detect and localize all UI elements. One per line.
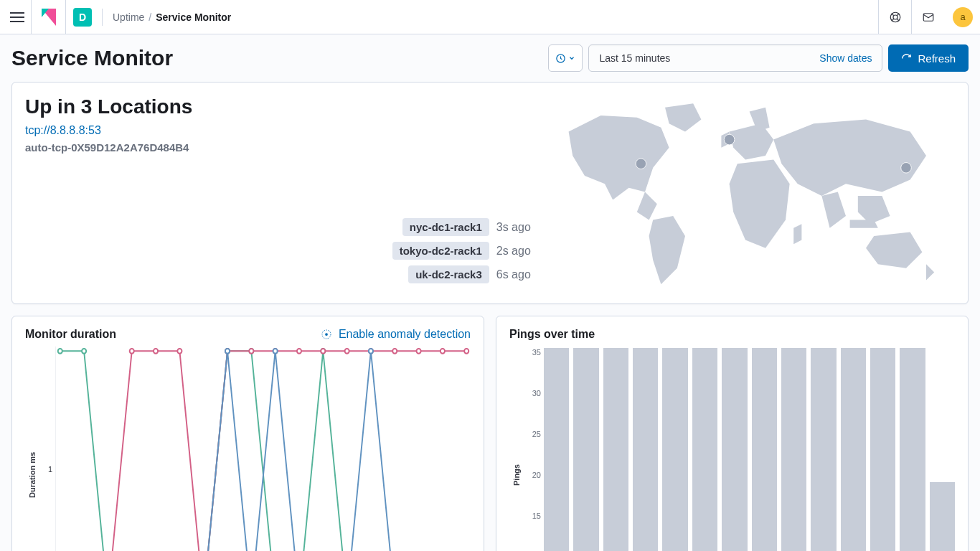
y-tick: 30	[524, 389, 541, 397]
location-age: 6s ago	[496, 268, 531, 281]
map-marker-nyc	[636, 159, 647, 169]
mail-icon	[922, 11, 935, 24]
title-row: Service Monitor Last 15 minutes Show dat…	[11, 44, 969, 72]
locations-list: nyc-dc1-rack1 3s ago tokyo-dc2-rack1 2s …	[25, 218, 537, 283]
show-dates-link[interactable]: Show dates	[819, 52, 872, 64]
svg-point-39	[392, 349, 397, 354]
header-right: a	[878, 0, 973, 34]
svg-point-1	[893, 15, 897, 19]
world-map	[537, 95, 955, 296]
bar	[573, 348, 598, 551]
world-map-svg	[545, 95, 946, 296]
page-title: Service Monitor	[11, 46, 173, 70]
bar	[900, 348, 925, 551]
svg-point-28	[130, 349, 134, 354]
bar	[603, 348, 628, 551]
refresh-icon	[901, 53, 912, 64]
lifebuoy-icon	[889, 11, 902, 24]
monitor-id: auto-tcp-0X59D12A2A76D484B4	[25, 141, 537, 154]
svg-point-7	[58, 349, 62, 354]
user-avatar-button[interactable]: a	[953, 7, 973, 27]
location-badge: nyc-dc1-rack1	[402, 218, 489, 236]
pings-chart-card: Pings over time Pings 3530252015105	[496, 316, 969, 551]
svg-point-50	[225, 349, 230, 354]
breadcrumb-current: Service Monitor	[156, 11, 231, 23]
quick-select-button[interactable]	[548, 44, 583, 72]
y-tick: 35	[524, 348, 541, 357]
pings-chart-title: Pings over time	[509, 328, 595, 341]
bar	[870, 348, 895, 551]
nav-toggle-button[interactable]	[3, 0, 32, 34]
bar	[544, 348, 569, 551]
svg-point-37	[345, 349, 349, 354]
refresh-label: Refresh	[918, 52, 956, 65]
clock-icon	[555, 53, 566, 64]
location-row: uk-dc2-rack3 6s ago	[408, 265, 531, 283]
monitor-url-link[interactable]: tcp://8.8.8.8:53	[25, 124, 537, 137]
svg-point-30	[177, 349, 182, 354]
breadcrumb: Uptime / Service Monitor	[113, 11, 231, 23]
date-range-label: Last 15 minutes	[599, 52, 670, 64]
y-tick: 25	[524, 430, 541, 438]
svg-point-5	[325, 333, 328, 336]
svg-point-56	[369, 349, 373, 354]
space-selector-button[interactable]: D	[73, 8, 92, 27]
bar	[752, 348, 777, 551]
bar	[662, 348, 687, 551]
location-row: nyc-dc1-rack1 3s ago	[402, 218, 531, 236]
duration-chart-card: Monitor duration Enable anomaly detectio…	[11, 316, 484, 551]
header-left: D Uptime / Service Monitor	[3, 0, 231, 34]
newsfeed-button[interactable]	[878, 0, 911, 34]
map-marker-uk	[725, 134, 735, 145]
status-headline: Up in 3 Locations	[25, 95, 537, 118]
svg-point-8	[82, 349, 86, 354]
svg-point-33	[249, 349, 253, 354]
y-tick: 1	[48, 465, 52, 474]
bar	[781, 348, 806, 551]
location-row: tokyo-dc2-rack1 2s ago	[392, 242, 531, 260]
breadcrumb-separator: /	[149, 11, 151, 23]
date-controls: Last 15 minutes Show dates Refresh	[548, 44, 969, 72]
hamburger-icon	[10, 12, 24, 22]
svg-point-40	[416, 349, 420, 354]
bar	[930, 482, 955, 551]
pings-y-ticks: 3530252015105	[524, 347, 544, 551]
breadcrumb-parent-link[interactable]: Uptime	[113, 11, 144, 23]
status-card: Up in 3 Locations tcp://8.8.8.8:53 auto-…	[11, 82, 969, 304]
y-tick: 20	[524, 471, 541, 479]
pings-plot[interactable]	[544, 347, 955, 551]
pings-y-axis-label: Pings	[509, 347, 524, 551]
location-badge: tokyo-dc2-rack1	[392, 242, 489, 260]
refresh-button[interactable]: Refresh	[888, 44, 969, 72]
svg-point-41	[440, 349, 445, 354]
app-header: D Uptime / Service Monitor a	[0, 0, 980, 34]
svg-point-36	[321, 349, 325, 354]
ml-icon	[320, 328, 333, 341]
location-age: 2s ago	[496, 245, 531, 258]
status-summary: Up in 3 Locations tcp://8.8.8.8:53 auto-…	[25, 95, 537, 296]
duration-plot[interactable]	[55, 347, 471, 551]
duration-y-axis-label: Duration ms	[25, 347, 39, 551]
charts-row: Monitor duration Enable anomaly detectio…	[11, 316, 969, 551]
svg-rect-2	[923, 13, 933, 21]
mail-button[interactable]	[911, 0, 944, 34]
bar	[811, 348, 836, 551]
bar	[841, 348, 866, 551]
bar	[633, 348, 658, 551]
location-age: 3s ago	[496, 221, 531, 234]
y-tick: 15	[524, 512, 541, 520]
svg-point-35	[297, 349, 301, 354]
map-marker-tokyo	[901, 163, 912, 174]
date-range-button[interactable]: Last 15 minutes Show dates	[588, 44, 882, 72]
bar	[722, 348, 747, 551]
divider	[102, 9, 103, 26]
svg-point-52	[273, 349, 278, 354]
bar	[692, 348, 717, 551]
kibana-logo-button[interactable]	[32, 0, 66, 34]
anomaly-label: Enable anomaly detection	[339, 328, 471, 341]
svg-point-29	[154, 349, 158, 354]
svg-point-42	[464, 349, 468, 354]
enable-anomaly-button[interactable]: Enable anomaly detection	[320, 328, 471, 341]
duration-chart-title: Monitor duration	[25, 328, 116, 341]
location-badge: uk-dc2-rack3	[408, 265, 489, 283]
